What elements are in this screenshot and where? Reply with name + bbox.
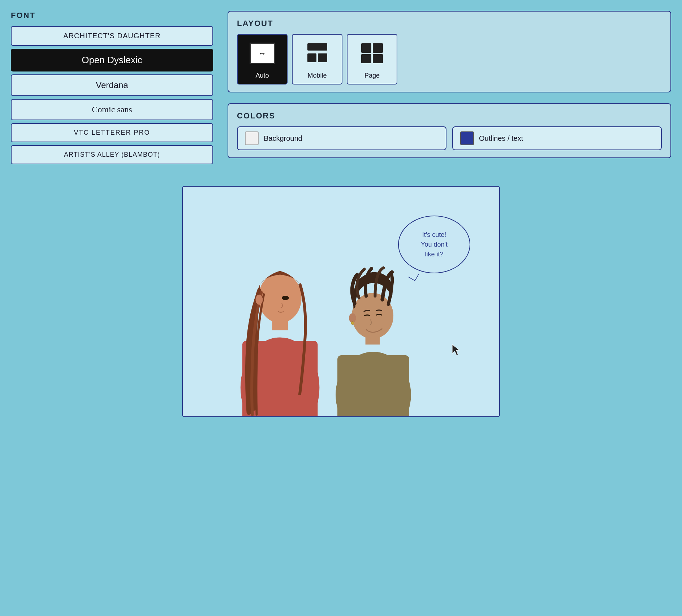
mobile-layout-icon <box>293 35 342 72</box>
color-option-background[interactable]: Background <box>237 126 446 150</box>
layout-options: Auto Mobile <box>237 34 662 84</box>
font-option-comic-sans[interactable]: Comic sans <box>11 99 213 120</box>
layout-option-mobile[interactable]: Mobile <box>292 34 342 84</box>
page-icon-cell-1 <box>361 43 371 53</box>
background-color-label: Background <box>264 134 302 143</box>
svg-point-12 <box>351 322 354 325</box>
right-panel: LAYOUT Auto <box>228 11 671 164</box>
background-color-swatch <box>245 131 259 145</box>
page-icon-cell-2 <box>373 43 383 53</box>
svg-point-4 <box>258 273 301 323</box>
font-list: ARCHITECT'S DAUGHTER Open Dyslexic Verda… <box>11 26 213 164</box>
colors-panel: COLORS Background Outlines / text <box>228 103 671 158</box>
comic-content: It's cute!You don'tlike it? <box>183 187 499 416</box>
page-icon-cell-3 <box>361 54 371 64</box>
font-option-verdana[interactable]: Verdana <box>11 74 213 96</box>
comic-panel: It's cute!You don'tlike it? <box>182 186 500 417</box>
layout-panel: LAYOUT Auto <box>228 11 671 92</box>
layout-option-mobile-label: Mobile <box>307 72 327 79</box>
outlines-color-swatch <box>460 131 474 145</box>
outlines-color-label: Outlines / text <box>479 134 523 143</box>
layout-option-auto-label: Auto <box>255 72 269 79</box>
auto-icon-graphic <box>250 43 275 64</box>
colors-panel-label: COLORS <box>237 111 662 121</box>
font-option-vtc-letterer[interactable]: VTC LETTERER PRO <box>11 123 213 142</box>
layout-option-auto[interactable]: Auto <box>237 34 288 84</box>
font-option-artists-alley[interactable]: ARTIST'S ALLEY (BLAMBOT) <box>11 145 213 164</box>
page-icon-graphic <box>361 43 383 63</box>
mobile-icon-cell-3 <box>318 53 327 62</box>
auto-layout-icon <box>238 35 287 72</box>
mobile-icon-graphic <box>307 43 327 63</box>
font-option-open-dyslexic[interactable]: Open Dyslexic <box>11 49 213 71</box>
color-option-outlines[interactable]: Outlines / text <box>452 126 662 150</box>
speech-bubble: It's cute!You don'tlike it? <box>398 216 470 273</box>
layout-option-page-label: Page <box>364 72 380 79</box>
font-panel: FONT ARCHITECT'S DAUGHTER Open Dyslexic … <box>11 11 213 164</box>
mobile-icon-cell-2 <box>307 53 317 62</box>
svg-point-11 <box>349 313 356 323</box>
svg-rect-8 <box>337 355 409 416</box>
font-option-architects-daughter[interactable]: ARCHITECT'S DAUGHTER <box>11 26 213 46</box>
speech-bubble-text: It's cute!You don'tlike it? <box>417 226 451 263</box>
layout-option-page[interactable]: Page <box>347 34 397 84</box>
mobile-icon-cell-1 <box>307 43 327 51</box>
svg-point-6 <box>255 295 263 305</box>
svg-point-5 <box>282 296 289 300</box>
font-panel-label: FONT <box>11 11 213 20</box>
page-layout-icon <box>348 35 397 72</box>
color-options: Background Outlines / text <box>237 126 662 150</box>
layout-panel-label: LAYOUT <box>237 19 662 28</box>
page-icon-cell-4 <box>373 54 383 64</box>
